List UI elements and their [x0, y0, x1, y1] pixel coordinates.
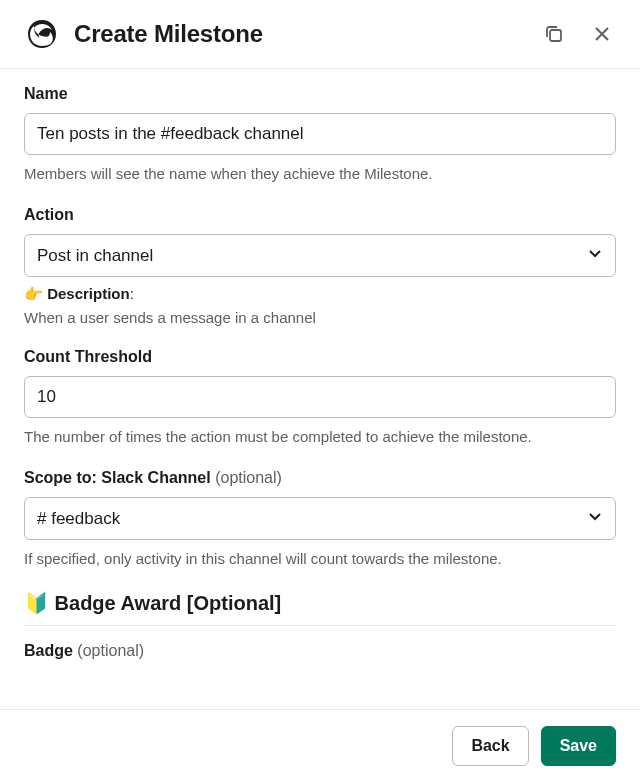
scope-help: If specified, only activity in this chan… — [24, 548, 616, 569]
badge-emoji: 🔰 — [24, 591, 49, 615]
scope-field: Scope to: Slack Channel (optional) # fee… — [24, 469, 616, 569]
action-value: Post in channel — [37, 246, 153, 266]
name-help: Members will see the name when they achi… — [24, 163, 616, 184]
chevron-down-icon — [587, 245, 603, 266]
save-button[interactable]: Save — [541, 726, 616, 766]
name-label: Name — [24, 85, 616, 103]
scope-label-optional: (optional) — [215, 469, 282, 486]
badge-section-header: 🔰 Badge Award [Optional] — [24, 591, 616, 626]
badge-field: Badge (optional) — [24, 642, 616, 660]
modal-content: Name Members will see the name when they… — [0, 69, 640, 699]
scope-value: # feedback — [37, 509, 120, 529]
pointing-emoji: 👉 — [24, 285, 43, 303]
badge-label: Badge (optional) — [24, 642, 616, 660]
action-field: Action Post in channel 👉 Description: Wh… — [24, 206, 616, 326]
threshold-input[interactable] — [24, 376, 616, 418]
modal-title: Create Milestone — [74, 20, 526, 48]
threshold-field: Count Threshold The number of times the … — [24, 348, 616, 447]
badge-label-main: Badge — [24, 642, 73, 659]
name-field: Name Members will see the name when they… — [24, 85, 616, 184]
header-actions — [540, 20, 616, 48]
copy-icon[interactable] — [540, 20, 568, 48]
modal-header: Create Milestone — [0, 0, 640, 69]
app-logo — [24, 16, 60, 52]
scope-label-main: Scope to: Slack Channel — [24, 469, 211, 486]
action-desc-text: When a user sends a message in a channel — [24, 309, 616, 326]
action-description-line: 👉 Description: — [24, 285, 616, 303]
action-select[interactable]: Post in channel — [24, 234, 616, 277]
action-desc-label: Description — [47, 285, 130, 302]
badge-section-title: Badge Award [Optional] — [55, 592, 282, 614]
close-icon[interactable] — [588, 20, 616, 48]
action-label: Action — [24, 206, 616, 224]
threshold-label: Count Threshold — [24, 348, 616, 366]
badge-label-optional: (optional) — [77, 642, 144, 659]
chevron-down-icon — [587, 508, 603, 529]
svg-rect-0 — [550, 30, 561, 41]
threshold-help: The number of times the action must be c… — [24, 426, 616, 447]
back-button[interactable]: Back — [452, 726, 528, 766]
modal-footer: Back Save — [0, 709, 640, 782]
scope-label: Scope to: Slack Channel (optional) — [24, 469, 616, 487]
name-input[interactable] — [24, 113, 616, 155]
scope-select[interactable]: # feedback — [24, 497, 616, 540]
